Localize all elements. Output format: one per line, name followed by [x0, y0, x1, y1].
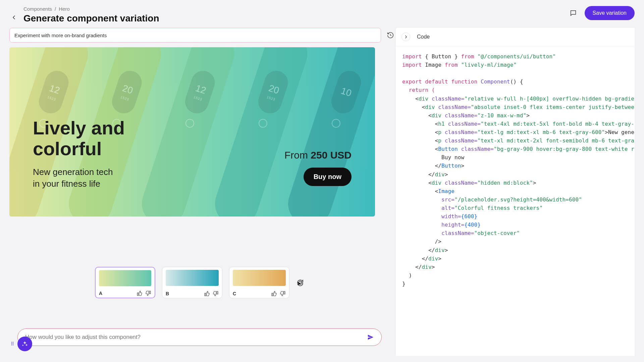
page-title: Generate component variation: [23, 13, 159, 24]
thumb-label: A: [99, 291, 102, 296]
breadcrumb: Components / Hero: [23, 6, 159, 12]
thumbs-down-icon[interactable]: [213, 291, 219, 297]
band-time: 20: [121, 83, 135, 96]
hero-title: Lively andcolorful: [33, 118, 125, 159]
thumbs-up-icon[interactable]: [271, 291, 277, 297]
band-time: 20: [267, 83, 281, 96]
collapse-code-icon[interactable]: [401, 33, 410, 41]
variation-thumbnails: A B C: [9, 267, 395, 298]
thumbs-up-icon[interactable]: [204, 291, 210, 297]
band-time: 12: [194, 83, 208, 96]
regenerate-icon[interactable]: [296, 279, 304, 287]
buy-now-button[interactable]: Buy now: [304, 168, 352, 186]
adjust-input[interactable]: [25, 334, 366, 341]
variation-thumb-a[interactable]: A: [95, 267, 155, 298]
code-panel-label: Code: [417, 34, 430, 40]
drag-handle-icon[interactable]: ⠿: [11, 341, 15, 347]
send-icon[interactable]: [366, 333, 375, 342]
thumb-label: C: [233, 291, 236, 296]
history-icon[interactable]: [386, 31, 395, 40]
breadcrumb-components[interactable]: Components: [23, 6, 52, 12]
thumbs-down-icon[interactable]: [280, 291, 286, 297]
variation-prompt-input[interactable]: [9, 28, 381, 43]
breadcrumb-hero[interactable]: Hero: [59, 6, 70, 12]
code-body[interactable]: import { Button } from "@/components/ui/…: [395, 46, 635, 294]
component-preview: 121523 201523 121523 201523 10 Lively an…: [9, 47, 375, 217]
back-button[interactable]: [9, 13, 19, 22]
band-time: 12: [48, 83, 61, 96]
hero-price: From 250 USD: [284, 149, 352, 161]
variation-thumb-b[interactable]: B: [162, 267, 222, 298]
band-time: 10: [339, 85, 353, 99]
hero-subtitle: New generation techin your fitness life: [33, 166, 125, 190]
thumbs-up-icon[interactable]: [137, 290, 143, 296]
topbar: Components / Hero Generate component var…: [9, 6, 635, 24]
sparkle-fab-button[interactable]: [17, 337, 32, 351]
save-variation-button[interactable]: Save variation: [585, 6, 635, 20]
code-panel: Code import { Button } from "@/component…: [395, 28, 635, 356]
thumbs-down-icon[interactable]: [145, 290, 151, 296]
thumb-label: B: [166, 291, 169, 296]
adjust-prompt-row: [17, 328, 382, 346]
assistant-fab: ⠿: [11, 337, 32, 351]
comment-icon[interactable]: [567, 7, 579, 19]
breadcrumb-sep: /: [55, 6, 56, 12]
variation-thumb-c[interactable]: C: [229, 267, 289, 298]
